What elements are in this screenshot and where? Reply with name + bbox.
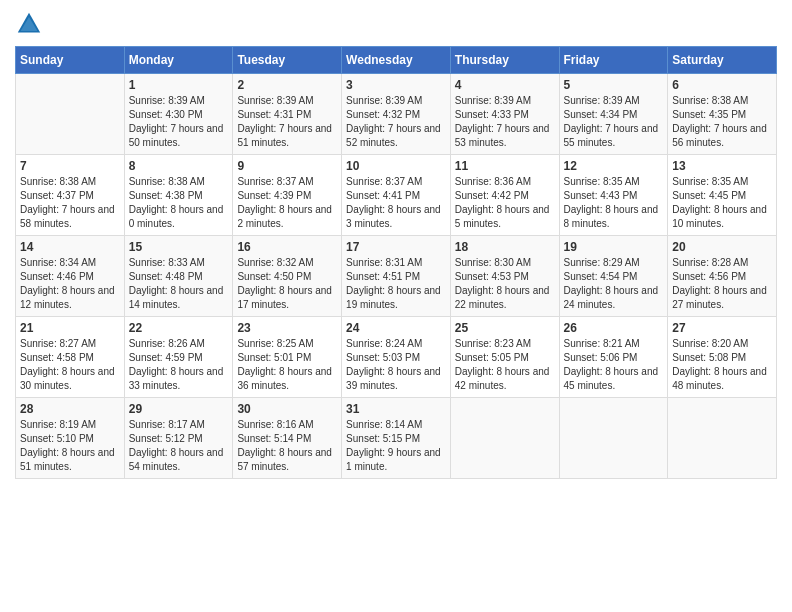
calendar-cell: 14Sunrise: 8:34 AMSunset: 4:46 PMDayligh… <box>16 236 125 317</box>
calendar-cell: 25Sunrise: 8:23 AMSunset: 5:05 PMDayligh… <box>450 317 559 398</box>
calendar-cell: 27Sunrise: 8:20 AMSunset: 5:08 PMDayligh… <box>668 317 777 398</box>
calendar-cell: 20Sunrise: 8:28 AMSunset: 4:56 PMDayligh… <box>668 236 777 317</box>
day-info: Sunrise: 8:29 AMSunset: 4:54 PMDaylight:… <box>564 256 664 312</box>
day-info: Sunrise: 8:37 AMSunset: 4:41 PMDaylight:… <box>346 175 446 231</box>
day-number: 31 <box>346 402 446 416</box>
calendar-cell: 8Sunrise: 8:38 AMSunset: 4:38 PMDaylight… <box>124 155 233 236</box>
day-info: Sunrise: 8:19 AMSunset: 5:10 PMDaylight:… <box>20 418 120 474</box>
day-number: 21 <box>20 321 120 335</box>
calendar-cell: 6Sunrise: 8:38 AMSunset: 4:35 PMDaylight… <box>668 74 777 155</box>
calendar-cell: 9Sunrise: 8:37 AMSunset: 4:39 PMDaylight… <box>233 155 342 236</box>
page-header <box>15 10 777 38</box>
day-info: Sunrise: 8:26 AMSunset: 4:59 PMDaylight:… <box>129 337 229 393</box>
day-number: 27 <box>672 321 772 335</box>
calendar-cell: 1Sunrise: 8:39 AMSunset: 4:30 PMDaylight… <box>124 74 233 155</box>
day-info: Sunrise: 8:39 AMSunset: 4:30 PMDaylight:… <box>129 94 229 150</box>
day-info: Sunrise: 8:28 AMSunset: 4:56 PMDaylight:… <box>672 256 772 312</box>
day-info: Sunrise: 8:38 AMSunset: 4:37 PMDaylight:… <box>20 175 120 231</box>
day-info: Sunrise: 8:30 AMSunset: 4:53 PMDaylight:… <box>455 256 555 312</box>
calendar-cell: 5Sunrise: 8:39 AMSunset: 4:34 PMDaylight… <box>559 74 668 155</box>
calendar-cell: 12Sunrise: 8:35 AMSunset: 4:43 PMDayligh… <box>559 155 668 236</box>
day-info: Sunrise: 8:39 AMSunset: 4:31 PMDaylight:… <box>237 94 337 150</box>
day-number: 11 <box>455 159 555 173</box>
day-number: 9 <box>237 159 337 173</box>
week-row-4: 21Sunrise: 8:27 AMSunset: 4:58 PMDayligh… <box>16 317 777 398</box>
day-info: Sunrise: 8:39 AMSunset: 4:32 PMDaylight:… <box>346 94 446 150</box>
day-number: 8 <box>129 159 229 173</box>
calendar-cell: 13Sunrise: 8:35 AMSunset: 4:45 PMDayligh… <box>668 155 777 236</box>
day-info: Sunrise: 8:39 AMSunset: 4:33 PMDaylight:… <box>455 94 555 150</box>
calendar-cell: 2Sunrise: 8:39 AMSunset: 4:31 PMDaylight… <box>233 74 342 155</box>
day-number: 26 <box>564 321 664 335</box>
calendar-cell: 22Sunrise: 8:26 AMSunset: 4:59 PMDayligh… <box>124 317 233 398</box>
day-number: 3 <box>346 78 446 92</box>
calendar-cell: 11Sunrise: 8:36 AMSunset: 4:42 PMDayligh… <box>450 155 559 236</box>
day-info: Sunrise: 8:32 AMSunset: 4:50 PMDaylight:… <box>237 256 337 312</box>
day-number: 18 <box>455 240 555 254</box>
calendar-cell <box>559 398 668 479</box>
day-number: 17 <box>346 240 446 254</box>
day-header-saturday: Saturday <box>668 47 777 74</box>
calendar-cell: 31Sunrise: 8:14 AMSunset: 5:15 PMDayligh… <box>342 398 451 479</box>
day-info: Sunrise: 8:35 AMSunset: 4:45 PMDaylight:… <box>672 175 772 231</box>
day-number: 23 <box>237 321 337 335</box>
day-number: 16 <box>237 240 337 254</box>
calendar-cell: 16Sunrise: 8:32 AMSunset: 4:50 PMDayligh… <box>233 236 342 317</box>
calendar-cell: 4Sunrise: 8:39 AMSunset: 4:33 PMDaylight… <box>450 74 559 155</box>
day-number: 4 <box>455 78 555 92</box>
day-info: Sunrise: 8:27 AMSunset: 4:58 PMDaylight:… <box>20 337 120 393</box>
calendar-cell: 7Sunrise: 8:38 AMSunset: 4:37 PMDaylight… <box>16 155 125 236</box>
day-number: 19 <box>564 240 664 254</box>
day-number: 29 <box>129 402 229 416</box>
day-info: Sunrise: 8:34 AMSunset: 4:46 PMDaylight:… <box>20 256 120 312</box>
day-number: 28 <box>20 402 120 416</box>
day-header-friday: Friday <box>559 47 668 74</box>
calendar-cell <box>16 74 125 155</box>
day-number: 7 <box>20 159 120 173</box>
day-number: 10 <box>346 159 446 173</box>
calendar-cell: 18Sunrise: 8:30 AMSunset: 4:53 PMDayligh… <box>450 236 559 317</box>
day-info: Sunrise: 8:39 AMSunset: 4:34 PMDaylight:… <box>564 94 664 150</box>
day-header-monday: Monday <box>124 47 233 74</box>
day-number: 1 <box>129 78 229 92</box>
calendar-cell: 21Sunrise: 8:27 AMSunset: 4:58 PMDayligh… <box>16 317 125 398</box>
day-number: 12 <box>564 159 664 173</box>
day-number: 14 <box>20 240 120 254</box>
day-info: Sunrise: 8:20 AMSunset: 5:08 PMDaylight:… <box>672 337 772 393</box>
day-number: 2 <box>237 78 337 92</box>
day-header-sunday: Sunday <box>16 47 125 74</box>
day-number: 5 <box>564 78 664 92</box>
calendar-cell: 28Sunrise: 8:19 AMSunset: 5:10 PMDayligh… <box>16 398 125 479</box>
week-row-1: 1Sunrise: 8:39 AMSunset: 4:30 PMDaylight… <box>16 74 777 155</box>
day-number: 30 <box>237 402 337 416</box>
calendar-cell: 10Sunrise: 8:37 AMSunset: 4:41 PMDayligh… <box>342 155 451 236</box>
calendar-cell: 24Sunrise: 8:24 AMSunset: 5:03 PMDayligh… <box>342 317 451 398</box>
day-info: Sunrise: 8:33 AMSunset: 4:48 PMDaylight:… <box>129 256 229 312</box>
day-number: 6 <box>672 78 772 92</box>
day-number: 25 <box>455 321 555 335</box>
calendar-table: SundayMondayTuesdayWednesdayThursdayFrid… <box>15 46 777 479</box>
calendar-cell: 19Sunrise: 8:29 AMSunset: 4:54 PMDayligh… <box>559 236 668 317</box>
day-info: Sunrise: 8:35 AMSunset: 4:43 PMDaylight:… <box>564 175 664 231</box>
calendar-cell: 17Sunrise: 8:31 AMSunset: 4:51 PMDayligh… <box>342 236 451 317</box>
day-number: 22 <box>129 321 229 335</box>
day-info: Sunrise: 8:21 AMSunset: 5:06 PMDaylight:… <box>564 337 664 393</box>
day-number: 20 <box>672 240 772 254</box>
calendar-cell: 15Sunrise: 8:33 AMSunset: 4:48 PMDayligh… <box>124 236 233 317</box>
calendar-cell: 30Sunrise: 8:16 AMSunset: 5:14 PMDayligh… <box>233 398 342 479</box>
day-header-wednesday: Wednesday <box>342 47 451 74</box>
day-info: Sunrise: 8:31 AMSunset: 4:51 PMDaylight:… <box>346 256 446 312</box>
day-info: Sunrise: 8:38 AMSunset: 4:35 PMDaylight:… <box>672 94 772 150</box>
day-number: 13 <box>672 159 772 173</box>
day-info: Sunrise: 8:23 AMSunset: 5:05 PMDaylight:… <box>455 337 555 393</box>
calendar-cell <box>450 398 559 479</box>
day-info: Sunrise: 8:37 AMSunset: 4:39 PMDaylight:… <box>237 175 337 231</box>
logo-icon <box>15 10 43 38</box>
logo <box>15 10 47 38</box>
day-header-tuesday: Tuesday <box>233 47 342 74</box>
day-info: Sunrise: 8:24 AMSunset: 5:03 PMDaylight:… <box>346 337 446 393</box>
day-info: Sunrise: 8:25 AMSunset: 5:01 PMDaylight:… <box>237 337 337 393</box>
calendar-cell: 26Sunrise: 8:21 AMSunset: 5:06 PMDayligh… <box>559 317 668 398</box>
calendar-cell: 29Sunrise: 8:17 AMSunset: 5:12 PMDayligh… <box>124 398 233 479</box>
day-info: Sunrise: 8:36 AMSunset: 4:42 PMDaylight:… <box>455 175 555 231</box>
